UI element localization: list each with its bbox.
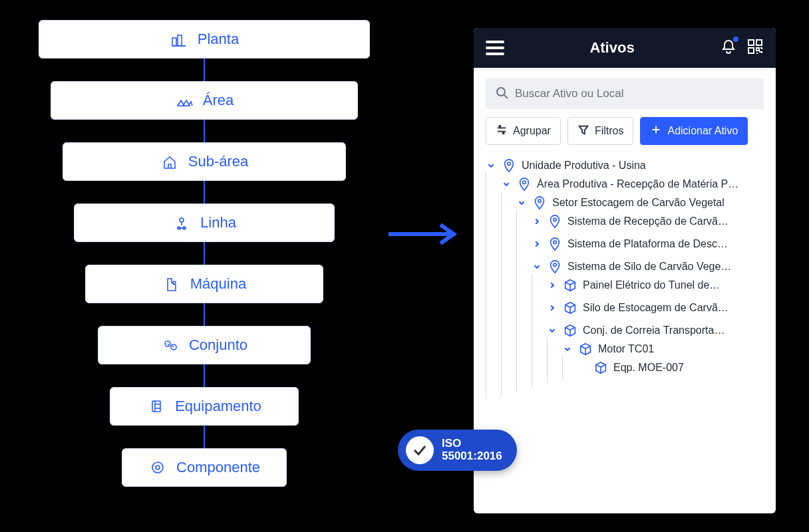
tree-node[interactable]: Sistema de Recepção de Carvã… [532, 214, 764, 229]
tree-node[interactable]: Eqp. MOE-007 [577, 360, 764, 375]
chevron-down-icon[interactable] [562, 344, 573, 354]
tree-node[interactable]: Sistema de Plataforma de Desc… [532, 237, 764, 251]
factory-icon [170, 30, 188, 49]
location-pin-icon [532, 196, 547, 210]
arrow-right-icon [386, 221, 459, 247]
tree-node[interactable]: Sistema de Silo de Carvão Vege… [532, 259, 764, 274]
component-icon [148, 458, 167, 477]
chevron-down-icon[interactable] [547, 325, 558, 336]
connector-line [204, 242, 205, 265]
cube-icon [563, 301, 577, 315]
connector-line [204, 426, 205, 448]
hierarchy-level: Conjunto [98, 326, 311, 364]
machine-icon [162, 275, 181, 293]
qr-icon[interactable] [746, 38, 764, 58]
hierarchy-label: Equipamento [175, 398, 261, 415]
chevron-right-icon[interactable] [532, 216, 542, 227]
hierarchy-level: Linha [74, 203, 335, 242]
area-icon [175, 91, 194, 110]
asset-tree: Unidade Produtiva - Usina Área Produtiva… [474, 154, 776, 415]
connector-line [204, 303, 205, 326]
chevron-right-icon[interactable] [547, 303, 558, 313]
plus-icon [650, 124, 662, 138]
tree-node[interactable]: Setor Estocagem de Carvão Vegetal [516, 196, 764, 210]
group-button[interactable]: Agrupar [486, 117, 561, 145]
location-pin-icon [548, 237, 562, 251]
cube-icon [563, 323, 577, 338]
app-title: Ativos [504, 39, 720, 57]
hierarchy-label: Área [203, 92, 234, 109]
check-icon [406, 436, 434, 464]
group-icon [496, 124, 508, 138]
equipment-icon [147, 397, 166, 416]
toolbar: Agrupar Filtros Adicionar Ativo [474, 117, 776, 154]
hierarchy-label: Componente [176, 459, 260, 476]
hierarchy-label: Sub-área [188, 153, 249, 170]
chevron-right-icon[interactable] [532, 239, 542, 249]
app-header: Ativos [474, 28, 776, 68]
search-placeholder: Buscar Ativo ou Local [515, 87, 623, 100]
hierarchy-level: Equipamento [110, 387, 299, 426]
app-mock: Ativos Buscar Ativo ou Local Agrupar Fil… [474, 28, 776, 513]
location-pin-icon [502, 158, 516, 173]
connector-line [204, 120, 205, 142]
chevron-down-icon[interactable] [532, 261, 542, 272]
connector-line [204, 181, 205, 203]
hierarchy-label: Máquina [190, 275, 246, 293]
connector-line [204, 59, 205, 81]
cube-icon [593, 360, 608, 375]
line-icon [172, 213, 191, 232]
hierarchy-level: Máquina [85, 265, 323, 303]
hierarchy-label: Conjunto [189, 336, 247, 354]
tree-node[interactable]: Unidade Produtiva - Usina [486, 158, 764, 173]
notification-bell-icon[interactable] [720, 38, 737, 58]
house-icon [160, 152, 179, 171]
tree-node[interactable]: Conj. de Correia Transporta… [547, 323, 764, 338]
chevron-down-icon[interactable] [501, 179, 512, 190]
add-asset-button[interactable]: Adicionar Ativo [640, 117, 748, 145]
iso-badge: ISO 55001:2016 [398, 430, 517, 471]
location-pin-icon [548, 259, 562, 274]
menu-icon[interactable] [486, 41, 504, 55]
hierarchy-level: Sub-área [63, 142, 346, 181]
chevron-down-icon[interactable] [516, 198, 527, 208]
tree-node[interactable]: Motor TC01 [562, 342, 764, 356]
hierarchy-column: PlantaÁreaSub-áreaLinhaMáquinaConjuntoEq… [39, 20, 370, 487]
hierarchy-level: Componente [122, 448, 287, 487]
filter-icon [577, 124, 589, 138]
tree-node[interactable]: Painel Elétrico do Tunel de… [547, 278, 764, 293]
chevron-right-icon[interactable] [547, 280, 558, 291]
location-pin-icon [517, 177, 532, 192]
tree-node[interactable]: Silo de Estocagem de Carvã… [547, 301, 764, 315]
filter-button[interactable]: Filtros [567, 117, 634, 145]
search-icon [495, 86, 508, 102]
cube-icon [563, 278, 577, 293]
chevron-down-icon[interactable] [486, 160, 496, 171]
hierarchy-level: Planta [39, 20, 370, 59]
hierarchy-label: Planta [198, 31, 239, 48]
hierarchy-label: Linha [200, 214, 236, 231]
search-input[interactable]: Buscar Ativo ou Local [486, 78, 764, 109]
gears-icon [161, 336, 180, 354]
location-pin-icon [548, 214, 562, 229]
tree-node[interactable]: Área Produtiva - Recepção de Matéria P… [501, 177, 764, 192]
hierarchy-level: Área [51, 81, 358, 120]
connector-line [204, 364, 205, 387]
cube-icon [578, 342, 593, 356]
